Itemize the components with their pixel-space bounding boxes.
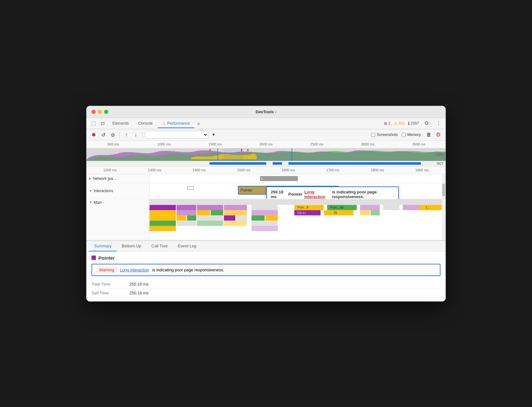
selection-right xyxy=(292,148,292,161)
reload-record-button[interactable]: ↺ xyxy=(99,131,107,139)
download-button[interactable]: ↓ xyxy=(132,131,140,139)
network-block-t[interactable]: t... xyxy=(260,176,298,181)
warning-text: is indicating poor page responsiveness. xyxy=(152,268,224,272)
tab-more[interactable]: » xyxy=(195,120,203,128)
upload-button[interactable]: ↑ xyxy=(122,131,130,139)
svg-rect-11 xyxy=(187,215,196,221)
zoomed-ruler: 1200 ms 1300 ms 1400 ms 1500 ms 1600 ms … xyxy=(86,167,446,174)
ztick-1200: 1200 ms xyxy=(88,168,132,172)
tab-eventlog[interactable]: Event Log xyxy=(173,241,202,251)
pointer-color-swatch xyxy=(92,256,96,260)
inspect-icon[interactable]: ⬚ xyxy=(89,119,98,128)
svg-rect-36 xyxy=(251,215,265,221)
svg-rect-43 xyxy=(383,205,399,210)
main-track-content: Fun...ll Fun...all t.b.t.r Xt (... xyxy=(150,199,446,237)
clear-button[interactable]: ⊘ xyxy=(109,131,117,139)
svg-text:Fun...ll: Fun...ll xyxy=(298,206,308,209)
svg-rect-41 xyxy=(360,210,370,215)
svg-rect-40 xyxy=(360,205,380,210)
svg-text:Fun...all: Fun...all xyxy=(330,206,343,209)
error-badge: ⊗ 1 xyxy=(384,121,391,126)
divider2 xyxy=(142,132,143,138)
svg-rect-15 xyxy=(211,210,223,215)
summary-content: Pointer Warning Long interaction is indi… xyxy=(86,251,446,301)
svg-text:t.b.t.r: t.b.t.r xyxy=(298,211,306,214)
divider1 xyxy=(119,132,120,138)
warning-badge: ⚠ 851 xyxy=(393,121,405,126)
ztick-1500: 1500 ms xyxy=(222,168,266,172)
svg-rect-8 xyxy=(176,205,196,210)
flamechart-dropdown[interactable] xyxy=(145,131,208,139)
dropdown-arrow[interactable]: ▼ xyxy=(210,131,218,139)
more-icon[interactable]: ⋮ xyxy=(434,119,443,128)
scrollbar-thumb[interactable] xyxy=(442,184,445,196)
red-mark3 xyxy=(247,149,248,151)
zoomed-timeline: 1200 ms 1300 ms 1400 ms 1500 ms 1600 ms … xyxy=(86,167,446,240)
total-time-row: Total Time 250.18 ms xyxy=(92,280,440,289)
net-label: NET xyxy=(437,162,444,165)
tab-calltree[interactable]: Call Tree xyxy=(146,241,173,251)
ztick-1600: 1600 ms xyxy=(266,168,310,172)
selection-left xyxy=(217,148,218,161)
svg-rect-37 xyxy=(265,215,278,221)
svg-rect-35 xyxy=(251,210,278,215)
device-icon[interactable]: ⊡ xyxy=(98,119,107,128)
memory-checkbox[interactable] xyxy=(402,133,406,137)
tick-500: 500 ms xyxy=(88,142,139,146)
tab-summary[interactable]: Summary xyxy=(89,241,117,251)
svg-rect-13 xyxy=(197,205,223,210)
tick-1500: 1500 ms xyxy=(190,142,240,146)
cpu-chart-svg xyxy=(86,148,446,161)
svg-text:Xt: Xt xyxy=(334,211,337,214)
svg-rect-5 xyxy=(150,215,176,221)
screenshots-checkbox[interactable] xyxy=(371,133,375,137)
tab-bottomup[interactable]: Bottom-Up xyxy=(117,241,146,251)
svg-rect-10 xyxy=(176,215,186,221)
tab-badges: ⊗ 1 ⚠ 851 ℹ 2067 ⚙ ⋮ xyxy=(384,119,443,128)
tab-console[interactable]: Console xyxy=(134,119,157,128)
maximize-button[interactable] xyxy=(104,110,108,114)
tab-performance[interactable]: ⚠ Performance xyxy=(158,119,194,128)
tab-elements[interactable]: Elements xyxy=(108,119,133,128)
interactions-track-content: Pointer 250.18 ms Pointer Long interacti… xyxy=(150,183,446,199)
red-mark2 xyxy=(241,149,242,151)
record-button[interactable]: ⏺ xyxy=(90,131,98,139)
tooltip-warning-link[interactable]: Long interaction xyxy=(304,190,330,199)
svg-rect-4 xyxy=(150,210,176,215)
tick-2000: 2000 ms xyxy=(240,142,291,146)
svg-rect-20 xyxy=(224,215,235,221)
tooltip-title: 250.18 ms Pointer Long interaction is in… xyxy=(271,190,394,199)
ruler-ticks: 500 ms 1000 ms 1500 ms 2000 ms 2500 ms 3… xyxy=(88,142,444,146)
trashcan-button[interactable]: 🗑 xyxy=(425,131,433,139)
ztick-1700: 1700 ms xyxy=(310,168,355,172)
svg-rect-22 xyxy=(224,221,247,226)
minimize-button[interactable] xyxy=(98,110,102,114)
info-badge: ℹ 2067 xyxy=(408,121,419,126)
svg-rect-21 xyxy=(236,215,247,221)
svg-rect-9 xyxy=(176,210,196,215)
ztick-1400: 1400 ms xyxy=(177,168,222,172)
tick-3500: 3500 ms xyxy=(393,142,444,146)
timeline-scrollbar[interactable] xyxy=(442,174,446,240)
svg-rect-38 xyxy=(251,221,278,226)
close-button[interactable] xyxy=(92,110,96,114)
settings-icon[interactable]: ⚙ xyxy=(422,119,431,128)
self-time-value: 250.18 ms xyxy=(129,291,149,295)
svg-rect-44 xyxy=(403,205,419,210)
warning-link[interactable]: Long interaction xyxy=(120,268,149,272)
net-bar2 xyxy=(273,162,282,165)
devtools-window: DevTools - ⬚ ⊡ Elements Console ⚠ Perfor… xyxy=(86,106,446,302)
svg-rect-42 xyxy=(370,210,380,215)
settings-gear-icon[interactable]: ⚙ xyxy=(434,131,442,139)
main-track-row: ▼ Main - xyxy=(86,199,446,240)
ztick-1800: 1800 ms xyxy=(355,168,400,172)
cpu-chart-area[interactable]: CPU xyxy=(86,148,446,161)
network-track-content: t... xyxy=(150,174,446,183)
interaction-tooltip: 250.18 ms Pointer Long interaction is in… xyxy=(266,186,399,199)
net-bar-area: NET xyxy=(86,161,446,167)
warning-box: Warning Long interaction is indicating p… xyxy=(92,264,440,276)
svg-rect-19 xyxy=(224,210,247,215)
svg-rect-17 xyxy=(197,221,223,226)
main-track-label: ▼ Main - xyxy=(86,199,150,240)
memory-checkbox-group: Memory xyxy=(402,133,421,137)
